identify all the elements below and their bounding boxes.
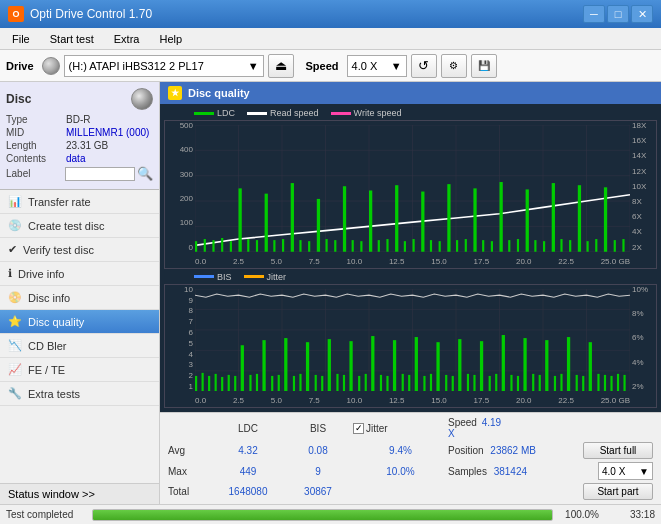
svg-rect-130: [523, 338, 526, 391]
nav-drive-info[interactable]: ℹ Drive info: [0, 262, 159, 286]
nav-transfer-rate[interactable]: 📊 Transfer rate: [0, 190, 159, 214]
nav-cd-bler[interactable]: 📉 CD Bler: [0, 334, 159, 358]
svg-rect-23: [247, 239, 249, 252]
contents-value: data: [66, 153, 85, 164]
svg-rect-132: [539, 375, 541, 391]
svg-rect-139: [589, 342, 592, 391]
svg-rect-85: [202, 373, 204, 391]
svg-rect-99: [299, 374, 301, 391]
total-bis: 30867: [283, 486, 353, 497]
svg-rect-128: [510, 375, 512, 391]
bis-legend: BIS: [194, 272, 232, 282]
svg-rect-112: [393, 340, 396, 391]
svg-rect-30: [308, 241, 310, 252]
max-label: Max: [168, 466, 213, 477]
svg-rect-107: [358, 376, 360, 391]
speed-combo-2[interactable]: 4.0 X ▼: [598, 462, 653, 480]
svg-rect-126: [495, 374, 497, 391]
svg-rect-37: [369, 190, 372, 251]
max-jitter: 10.0%: [353, 466, 448, 477]
nav-fe-te[interactable]: 📈 FE / TE: [0, 358, 159, 382]
svg-rect-84: [195, 376, 197, 391]
toolbar: Drive (H:) ATAPI iHBS312 2 PL17 ▼ ⏏ Spee…: [0, 50, 661, 82]
svg-rect-111: [386, 376, 388, 391]
chart-container: LDC Read speed Write speed 500 4: [160, 104, 661, 412]
svg-rect-53: [508, 240, 510, 252]
svg-rect-17: [195, 241, 197, 252]
jitter-checkbox[interactable]: ✓: [353, 423, 364, 434]
menu-extra[interactable]: Extra: [106, 31, 148, 47]
eject-button[interactable]: ⏏: [268, 54, 294, 78]
svg-rect-61: [578, 185, 581, 252]
drive-disc-icon: [42, 57, 60, 75]
stats-avg-row: Avg 4.32 0.08 9.4% Position 23862 MB Sta…: [168, 442, 653, 459]
svg-rect-92: [249, 375, 251, 391]
disc-info-icon: 📀: [8, 291, 22, 304]
nav-extra-tests[interactable]: 🔧 Extra tests: [0, 382, 159, 406]
stats-total-row: Total 1648080 30867 Start part: [168, 483, 653, 500]
svg-rect-87: [215, 374, 217, 391]
minimize-button[interactable]: ─: [583, 5, 605, 23]
disc-label-input[interactable]: [65, 167, 135, 181]
start-part-button[interactable]: Start part: [583, 483, 653, 500]
svg-rect-95: [271, 376, 273, 391]
svg-rect-64: [604, 187, 607, 251]
svg-rect-62: [587, 241, 589, 252]
settings-button[interactable]: ⚙: [441, 54, 467, 78]
svg-rect-143: [617, 374, 619, 391]
max-ldc: 449: [213, 466, 283, 477]
svg-rect-118: [436, 342, 439, 391]
nav-disc-info[interactable]: 📀 Disc info: [0, 286, 159, 310]
drive-combo[interactable]: (H:) ATAPI iHBS312 2 PL17 ▼: [64, 55, 264, 77]
svg-rect-65: [614, 240, 616, 252]
svg-rect-105: [343, 375, 345, 391]
svg-rect-96: [278, 375, 280, 391]
refresh-button[interactable]: ↺: [411, 54, 437, 78]
ldc-header: LDC: [213, 423, 283, 434]
title-bar: O Opti Drive Control 1.70 ─ □ ✕: [0, 0, 661, 28]
samples-label: Samples: [448, 466, 487, 477]
ldc-legend: LDC: [194, 108, 235, 118]
cd-bler-icon: 📉: [8, 339, 22, 352]
svg-rect-58: [552, 183, 555, 252]
nav-disc-quality[interactable]: ⭐ Disc quality: [0, 310, 159, 334]
write-speed-legend: Write speed: [331, 108, 402, 118]
svg-rect-55: [526, 189, 529, 251]
nav-verify-test-disc[interactable]: ✔ Verify test disc: [0, 238, 159, 262]
svg-rect-35: [352, 240, 354, 252]
avg-position: Position 23862 MB: [448, 445, 568, 456]
speed-header: Speed 4.19 X: [448, 417, 508, 439]
avg-bis: 0.08: [283, 445, 353, 456]
svg-rect-113: [402, 374, 404, 391]
start-full-button[interactable]: Start full: [583, 442, 653, 459]
menu-file[interactable]: File: [4, 31, 38, 47]
avg-ldc: 4.32: [213, 445, 283, 456]
disc-quality-title: Disc quality: [188, 87, 250, 99]
svg-rect-134: [554, 376, 556, 391]
close-button[interactable]: ✕: [631, 5, 653, 23]
svg-rect-46: [447, 184, 450, 252]
stats-header-row: LDC BIS ✓ Jitter Speed 4.19 X: [168, 417, 653, 439]
label-edit-button[interactable]: 🔍: [137, 166, 153, 181]
status-window-button[interactable]: Status window >>: [0, 483, 159, 504]
svg-rect-66: [622, 239, 624, 252]
svg-rect-106: [349, 341, 352, 391]
menu-start-test[interactable]: Start test: [42, 31, 102, 47]
maximize-button[interactable]: □: [607, 5, 629, 23]
upper-chart: 500 400 300 200 100 0 18X 16X 14X 12X 10…: [164, 120, 657, 269]
svg-rect-49: [473, 188, 476, 251]
lower-y-axis-left: 10 9 8 7 6 5 4 3 2 1: [165, 285, 195, 391]
drive-selector[interactable]: (H:) ATAPI iHBS312 2 PL17 ▼: [42, 55, 264, 77]
disc-info-panel: Disc Type BD-R MID MILLENMR1 (000) Lengt…: [0, 82, 159, 190]
svg-rect-100: [306, 342, 309, 391]
length-label: Length: [6, 140, 66, 151]
jitter-header: Jitter: [366, 423, 388, 434]
save-button[interactable]: 💾: [471, 54, 497, 78]
lower-x-axis: 0.0 2.5 5.0 7.5 10.0 12.5 15.0 17.5 20.0…: [195, 396, 630, 405]
speed-combo[interactable]: 4.0 X ▼: [347, 55, 407, 77]
nav-create-test-disc[interactable]: 💿 Create test disc: [0, 214, 159, 238]
svg-rect-51: [491, 241, 493, 252]
svg-rect-94: [262, 340, 265, 391]
svg-rect-127: [502, 335, 505, 391]
menu-help[interactable]: Help: [151, 31, 190, 47]
